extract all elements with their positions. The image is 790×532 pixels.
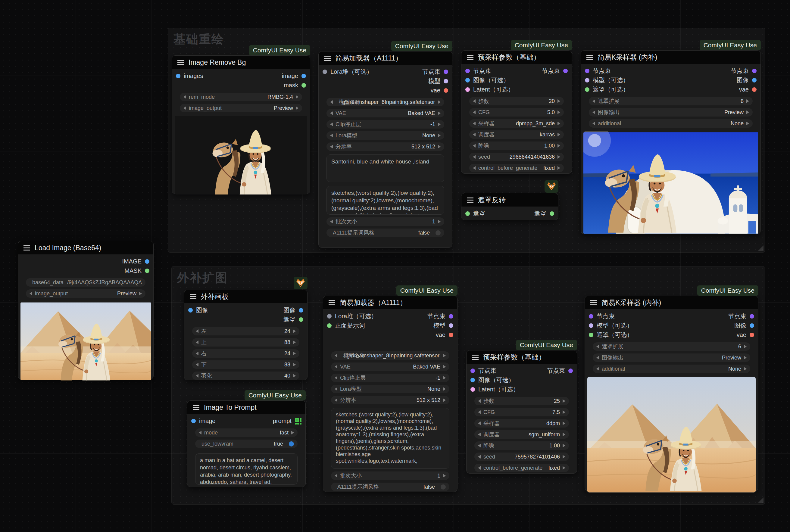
- decrement-arrow-icon[interactable]: [335, 474, 337, 477]
- slot-dot[interactable]: [568, 368, 573, 373]
- input-mask[interactable]: 遮罩: [465, 210, 485, 218]
- widget-scheduler[interactable]: 调度器 karras: [469, 130, 564, 139]
- output-bundle[interactable]: 节点束: [728, 312, 754, 320]
- slot-dot[interactable]: [585, 87, 589, 92]
- decrement-arrow-icon[interactable]: [592, 111, 595, 114]
- widget-use-lowvram[interactable]: use_lowvram true: [195, 440, 298, 448]
- menu-icon[interactable]: [193, 407, 200, 408]
- decrement-arrow-icon[interactable]: [473, 166, 475, 170]
- toggle-off-icon[interactable]: [440, 484, 446, 490]
- input-mask-optional[interactable]: 遮罩（可选）: [589, 331, 633, 339]
- decrement-arrow-icon[interactable]: [478, 444, 481, 448]
- increment-arrow-icon[interactable]: [293, 329, 296, 333]
- output-model[interactable]: 模型: [433, 322, 453, 330]
- increment-arrow-icon[interactable]: [291, 431, 294, 434]
- decrement-arrow-icon[interactable]: [196, 341, 199, 344]
- slot-dot[interactable]: [750, 333, 754, 337]
- slot-dot[interactable]: [563, 69, 568, 73]
- decrement-arrow-icon[interactable]: [30, 292, 32, 296]
- decrement-arrow-icon[interactable]: [473, 111, 475, 114]
- slot-dot[interactable]: [470, 378, 475, 382]
- widget-a1111-prompt-style[interactable]: A1111提示词风格 false: [326, 229, 444, 237]
- increment-arrow-icon[interactable]: [746, 122, 749, 125]
- decrement-arrow-icon[interactable]: [199, 431, 202, 434]
- menu-icon[interactable]: [177, 62, 184, 63]
- slot-dot[interactable]: [752, 87, 756, 92]
- slot-dot[interactable]: [299, 317, 303, 322]
- output-bundle[interactable]: 节点束: [547, 367, 573, 375]
- slot-dot[interactable]: [752, 69, 756, 73]
- node-header[interactable]: 预采样参数（基础）: [467, 350, 577, 364]
- increment-arrow-icon[interactable]: [443, 398, 446, 402]
- slot-dot[interactable]: [145, 269, 149, 273]
- output-image[interactable]: 图像: [734, 322, 754, 330]
- input-images[interactable]: images: [176, 73, 203, 79]
- node-header[interactable]: 简易K采样器 (内补): [585, 296, 758, 309]
- widget-mode[interactable]: mode fast: [195, 429, 298, 437]
- decrement-arrow-icon[interactable]: [478, 410, 481, 414]
- input-latent-optional[interactable]: Latent（可选）: [470, 385, 519, 394]
- decrement-arrow-icon[interactable]: [473, 99, 475, 103]
- widget-image-output[interactable]: image_output Preview: [26, 289, 146, 298]
- slot-dot[interactable]: [145, 259, 149, 264]
- widget-model-name[interactable]: 模型名称 g\dreamshaper_8Inpainting.safetenso…: [326, 98, 444, 106]
- slot-dot[interactable]: [550, 211, 554, 216]
- decrement-arrow-icon[interactable]: [184, 95, 186, 99]
- widget-steps[interactable]: 步数 20: [469, 97, 564, 106]
- slot-dot[interactable]: [323, 70, 327, 74]
- slot-dot[interactable]: [449, 333, 453, 337]
- output-vae[interactable]: vae: [431, 87, 448, 94]
- node-header[interactable]: 遮罩反转: [462, 193, 558, 207]
- output-prompt[interactable]: prompt: [273, 418, 301, 424]
- decrement-arrow-icon[interactable]: [596, 345, 599, 348]
- output-vae[interactable]: vae: [737, 331, 754, 338]
- increment-arrow-icon[interactable]: [746, 111, 749, 114]
- slot-dot[interactable]: [188, 308, 193, 312]
- prompt-grid-icon[interactable]: [295, 418, 301, 424]
- output-mask[interactable]: 遮罩: [534, 210, 554, 218]
- slot-dot[interactable]: [327, 314, 332, 319]
- slot-dot[interactable]: [470, 368, 475, 373]
- output-mask[interactable]: 遮罩: [283, 316, 303, 324]
- decrement-arrow-icon[interactable]: [478, 466, 481, 470]
- widget-cfg[interactable]: CFG 7.5: [474, 408, 569, 416]
- positive-prompt-textarea[interactable]: Santorini, blue and white house ,island: [326, 154, 444, 182]
- increment-arrow-icon[interactable]: [744, 356, 747, 360]
- node-header[interactable]: 外补画板: [184, 290, 307, 303]
- increment-arrow-icon[interactable]: [293, 352, 296, 355]
- increment-arrow-icon[interactable]: [443, 474, 446, 477]
- group-title[interactable]: 外补扩图: [172, 266, 765, 289]
- widget-right[interactable]: 右 24: [192, 349, 299, 358]
- widget-seed[interactable]: seed 296864414041636: [469, 153, 564, 161]
- slot-dot[interactable]: [176, 74, 181, 78]
- decrement-arrow-icon[interactable]: [596, 356, 599, 360]
- widget-mask-expand[interactable]: 遮罩扩展 6: [593, 342, 750, 351]
- slot-dot[interactable]: [752, 78, 756, 82]
- increment-arrow-icon[interactable]: [293, 363, 296, 366]
- decrement-arrow-icon[interactable]: [478, 421, 481, 425]
- slot-dot[interactable]: [444, 88, 448, 93]
- increment-arrow-icon[interactable]: [558, 133, 560, 136]
- output-vae[interactable]: vae: [436, 331, 453, 338]
- input-latent-optional[interactable]: Latent（可选）: [465, 86, 514, 94]
- decrement-arrow-icon[interactable]: [592, 122, 595, 125]
- decrement-arrow-icon[interactable]: [184, 106, 186, 110]
- negative-prompt-textarea[interactable]: sketches,(worst quality:2),(low quality:…: [331, 408, 449, 469]
- widget-sampler[interactable]: 采样器 dpmpp_3m_sde: [469, 119, 564, 128]
- widget-model-name[interactable]: 模型名称 g\dreamshaper_8Inpainting.safetenso…: [331, 352, 449, 360]
- slot-dot[interactable]: [301, 74, 306, 78]
- menu-icon[interactable]: [190, 296, 196, 297]
- output-image[interactable]: image: [282, 73, 306, 79]
- menu-icon[interactable]: [590, 302, 597, 303]
- output-image[interactable]: IMAGE: [122, 258, 149, 265]
- slot-dot[interactable]: [470, 387, 475, 392]
- slot-dot[interactable]: [465, 87, 470, 92]
- input-image[interactable]: 图像: [188, 306, 208, 314]
- widget-lora-model[interactable]: Lora模型 None: [331, 385, 449, 393]
- negative-prompt-textarea[interactable]: sketches,(worst quality:2),(low quality:…: [326, 186, 444, 215]
- menu-icon[interactable]: [328, 302, 335, 303]
- output-bundle[interactable]: 节点束: [542, 67, 568, 75]
- widget-cfg[interactable]: CFG 5.0: [469, 108, 564, 116]
- decrement-arrow-icon[interactable]: [478, 399, 481, 403]
- widget-seed[interactable]: seed 759578274101406: [474, 453, 569, 461]
